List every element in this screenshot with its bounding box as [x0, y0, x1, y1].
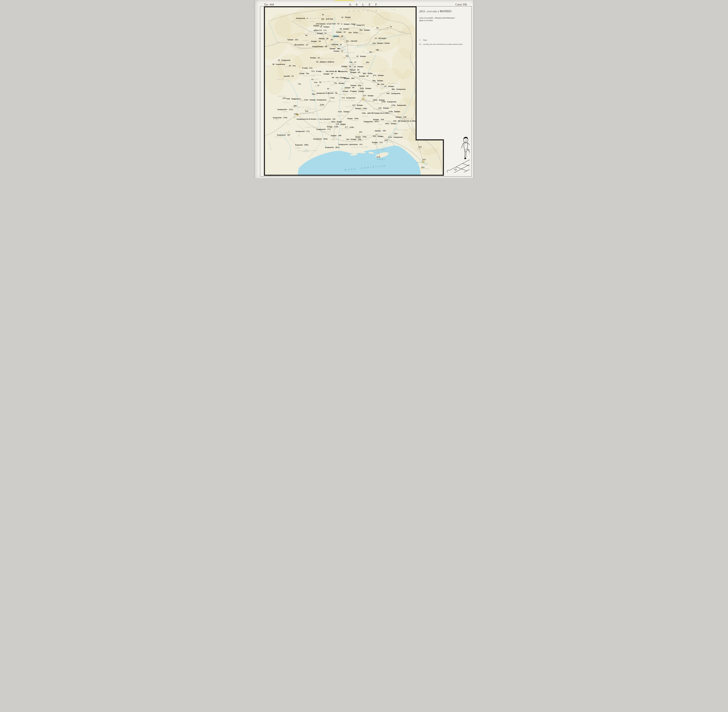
hopscotch-illustration	[445, 134, 469, 172]
yellow-tab	[335, 0, 354, 1]
dialect-label: kaņpanǫ́ 209a	[295, 144, 309, 146]
dialect-label: 214	[385, 139, 388, 141]
dialect-label: 105 kampanóņ	[386, 93, 400, 94]
note-ref-number: 48	[419, 43, 421, 45]
dialect-label: 86 tríe	[377, 83, 384, 85]
dialect-label: 118a kampanóņ	[382, 101, 396, 102]
dialect-label: 113 kampanóņ	[342, 97, 355, 99]
dialect-label: kámpo 97a	[343, 90, 353, 92]
dialect-label: 122	[305, 110, 308, 112]
dialect-label: 34b	[376, 49, 379, 51]
dialect-label: kámpo 80a	[344, 77, 355, 79]
dialect-label: kamp/kámpo 35	[312, 46, 327, 47]
dialect-label: 193	[359, 131, 362, 133]
dialect-label: 7a	[390, 26, 392, 27]
dialect-label: 101a kámpo	[360, 88, 371, 89]
dialect-label: kaņpanóņ 202a	[313, 138, 328, 140]
dialect-label: di] paláštre 23	[294, 44, 308, 46]
dialect-label: kámpo 41	[310, 57, 320, 59]
dialect-label: 131 kámpo	[379, 107, 389, 109]
dialect-label: kámpo 22a	[287, 39, 298, 40]
dialect-label: 155 di] kámpo ku la ślįta	[393, 120, 416, 122]
dialect-label: 100a kámpo	[353, 90, 364, 92]
dialect-label: 20a kámpo	[360, 29, 370, 31]
dialect-label: 134a kámpo	[388, 111, 400, 112]
dialect-label: kámpo 64	[350, 69, 360, 71]
dialect-label: 219	[419, 146, 422, 148]
scale-note: Scala 1: 300.000	[269, 174, 280, 176]
dialect-label: kaņpanóņ 139a	[273, 117, 287, 119]
dialect-label: 10a del] lám	[321, 18, 333, 20]
dialect-label: kámpo 50	[342, 66, 351, 67]
dialect-label: 52 kámpo	[354, 66, 363, 67]
dialect-label: 21a kámpo / kóņfo	[373, 42, 390, 44]
dialect-label: kámpo ku la ʃlávare 96	[317, 92, 337, 94]
dialect-label: tría 78	[314, 82, 321, 83]
note-label: Note	[423, 39, 427, 41]
dialect-label: 119a kampanóņ	[391, 105, 406, 106]
dialect-label: 49 kampanóņ	[335, 71, 348, 72]
dialect-label: kámpo 65	[351, 72, 360, 73]
dialect-label: 19a láštre	[349, 32, 358, 33]
dialect-label: 3a kámpo	[341, 16, 351, 18]
map-title-small: GIOCARE A	[427, 10, 439, 13]
dialect-label: kámpo 26	[319, 38, 328, 39]
map-number: 2021.	[419, 10, 426, 13]
dialect-label: 127 kámpo	[352, 105, 363, 106]
note-symbol-icon: ⊢	[419, 39, 421, 41]
note-heading: ⊢ Note	[419, 39, 468, 41]
dialect-label: 16	[305, 35, 308, 36]
dialect-label: kámpo 196	[375, 130, 386, 132]
dialect-label: pantǫ́k 54	[284, 75, 294, 77]
dialect-label: 177 śćále	[345, 126, 354, 128]
dialect-label: saltaríņ 31	[331, 44, 342, 45]
dialect-label: 199a	[394, 133, 398, 134]
dialect-label: 109	[293, 105, 297, 107]
dialect-label: 46a	[366, 61, 369, 63]
dialect-label: káņpo 164a	[348, 118, 358, 119]
dialect-label: 146a gûk di] kámpo ku le fléče	[362, 112, 389, 114]
dialect-label: káņpo 194a	[355, 136, 367, 138]
dialect-label: kámpo 19	[336, 31, 346, 33]
dialect-label: 115 kámpo	[363, 95, 374, 96]
dialect-label: káņpo 189	[331, 135, 342, 136]
dialect-label: 103a kámpo	[373, 99, 385, 101]
dialect-label: 45 kámpo	[357, 56, 366, 57]
dialect-label: 77	[317, 85, 320, 86]
dialect-label: kampanóņ 1	[296, 18, 308, 19]
dialect-label: kámpo 17	[317, 33, 327, 34]
dialect-label: káņpo 175a	[327, 126, 338, 128]
dialect-label: kampanóto 121a	[278, 109, 293, 110]
dialect-label: kampanóņ 172	[296, 131, 309, 132]
dialect-label: 15 di] kóņfo	[375, 38, 386, 39]
dialect-label: 73a	[298, 83, 301, 85]
dialect-label: 38 kampanóņ	[272, 64, 285, 65]
dialect-label: kamp 56a	[300, 73, 309, 74]
dialect-label: 93	[327, 88, 329, 90]
dialect-label: kaņpanóņ 187	[277, 134, 290, 136]
dialect-label: kámpo 30	[334, 36, 343, 37]
dialect-label: 169a kámpo	[385, 123, 397, 125]
dialect-label: 144a kámpo	[338, 111, 349, 113]
dialect-label: kámpo 130a	[355, 108, 367, 110]
sheet-number: Tav. 444	[264, 3, 274, 6]
dialect-label: 18 kámpo	[340, 28, 349, 30]
dialect-label: kámpo 37	[334, 50, 343, 52]
atlas-title: A S L E F	[349, 3, 379, 6]
legend-panel: 2021. GIOCARE A MONDO Jouer à la marelle…	[419, 10, 468, 45]
dialect-label: 195 kámpo	[373, 135, 383, 137]
dialect-label: kámpo 67	[359, 75, 369, 77]
map-title-large: MONDO	[440, 10, 452, 13]
subtitle-line1: Jouer à la marelle - Himmel-und Höllensp…	[419, 17, 468, 19]
note-entry: 48 cosí detto, per i due avvertimenti ch…	[419, 43, 468, 45]
dialect-label: 88a kampanóņ	[392, 89, 405, 90]
dialect-label: kampanóņ 174	[317, 129, 330, 130]
dialect-label: 2a	[322, 14, 324, 16]
dialect-label: 3 kámpo / tękar	[341, 23, 356, 25]
dialect-label: 140a	[294, 113, 298, 115]
dialect-label: kámpo 212	[372, 142, 383, 143]
dialect-label: 79a kámpo	[334, 83, 345, 84]
dialect-label: kámpo 99	[345, 87, 354, 89]
hopscotch-child	[462, 137, 469, 159]
dialect-label: 6a	[377, 27, 379, 29]
